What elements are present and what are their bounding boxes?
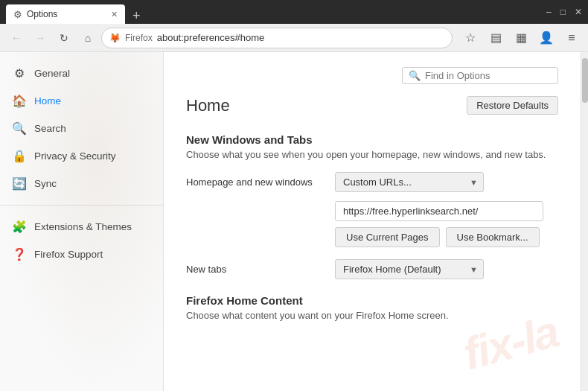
toolbar: ← → ↻ ⌂ 🦊 Firefox about:preferences#home… <box>0 24 588 52</box>
window-controls: – □ ✕ <box>546 7 582 17</box>
homepage-url-input[interactable] <box>335 201 543 221</box>
tab-icon: ⚙ <box>13 9 22 20</box>
main-panel: 🔍 Home Restore Defaults New Windows and … <box>164 52 581 391</box>
tab-close-button[interactable]: ✕ <box>111 10 118 19</box>
find-options-input-wrap[interactable]: 🔍 <box>402 67 558 84</box>
tab-label: Options <box>27 9 57 19</box>
toolbar-actions: ☆ ▤ ▦ 👤 ≡ <box>460 28 582 48</box>
menu-button[interactable]: ≡ <box>561 28 582 48</box>
sidebar: ⚙ General 🏠 Home 🔍 Search 🔒 Privacy & Se… <box>0 52 164 391</box>
home-button[interactable]: ⌂ <box>77 28 98 48</box>
sidebar-label-extensions: Extensions & Themes <box>34 221 132 232</box>
sidebar-item-home[interactable]: 🏠 Home <box>0 87 163 115</box>
maximize-button[interactable]: □ <box>560 7 566 17</box>
use-bookmark-button[interactable]: Use Bookmark... <box>446 227 540 247</box>
sync-icon: 🔄 <box>12 177 27 191</box>
bookmark-button[interactable]: ☆ <box>460 28 481 48</box>
homepage-label: Homepage and new windows <box>186 177 335 188</box>
sidebar-item-extensions[interactable]: 🧩 Extensions & Themes <box>0 213 163 241</box>
find-search-icon: 🔍 <box>409 70 421 81</box>
use-current-pages-button[interactable]: Use Current Pages <box>335 227 440 247</box>
sidebar-label-privacy: Privacy & Security <box>34 150 116 162</box>
section1-desc: Choose what you see when you open your h… <box>186 149 558 160</box>
restore-defaults-button[interactable]: Restore Defaults <box>467 96 558 115</box>
sidebar-item-privacy[interactable]: 🔒 Privacy & Security <box>0 142 163 170</box>
new-tab-button[interactable]: + <box>128 8 145 24</box>
sidebar-label-home: Home <box>34 95 61 107</box>
sidebar-label-sync: Sync <box>34 178 57 189</box>
close-window-button[interactable]: ✕ <box>575 7 582 17</box>
active-tab[interactable]: ⚙ Options ✕ <box>6 4 125 24</box>
sidebar-label-general: General <box>34 68 70 79</box>
new-tabs-dropdown[interactable]: Firefox Home (Default) <box>335 259 484 279</box>
forward-button[interactable]: → <box>30 28 51 48</box>
address-brand: Firefox <box>125 33 153 43</box>
minimize-button[interactable]: – <box>546 7 552 17</box>
titlebar: ⚙ Options ✕ + – □ ✕ <box>0 0 588 24</box>
sidebar-item-support[interactable]: ❓ Firefox Support <box>0 241 163 268</box>
new-tabs-label: New tabs <box>186 264 335 275</box>
address-url: about:preferences#home <box>157 32 265 43</box>
homepage-setting-row: Homepage and new windows Custom URLs... … <box>186 172 558 192</box>
sidebar-button[interactable]: ▦ <box>511 28 531 48</box>
titlebar-tabs: ⚙ Options ✕ + <box>6 0 546 24</box>
section2-title: Firefox Home Content <box>186 294 558 307</box>
section2-desc: Choose what content you want on your Fir… <box>186 310 558 321</box>
account-button[interactable]: 👤 <box>536 28 557 48</box>
general-icon: ⚙ <box>12 66 27 80</box>
section1-title: New Windows and Tabs <box>186 133 558 146</box>
new-tabs-dropdown-wrap[interactable]: Firefox Home (Default) ▼ <box>335 259 484 279</box>
support-icon: ❓ <box>12 247 27 261</box>
new-tabs-setting-row: New tabs Firefox Home (Default) ▼ <box>186 259 558 279</box>
scrollbar-thumb[interactable] <box>582 58 588 103</box>
extensions-icon: 🧩 <box>12 220 27 234</box>
sidebar-item-general[interactable]: ⚙ General <box>0 60 163 87</box>
privacy-icon: 🔒 <box>12 149 27 163</box>
library-button[interactable]: ▤ <box>485 28 506 48</box>
homepage-button-row: Use Current Pages Use Bookmark... <box>335 227 558 247</box>
browser-icon: 🦊 <box>109 33 121 43</box>
content-area: ⚙ General 🏠 Home 🔍 Search 🔒 Privacy & Se… <box>0 52 588 391</box>
reload-button[interactable]: ↻ <box>54 28 74 48</box>
sidebar-label-support: Firefox Support <box>34 249 103 260</box>
sidebar-label-search: Search <box>34 123 66 134</box>
search-icon: 🔍 <box>12 121 27 136</box>
page-title: Home <box>186 96 230 115</box>
homepage-dropdown-wrap[interactable]: Custom URLs... ▼ <box>335 172 484 192</box>
homepage-dropdown[interactable]: Custom URLs... <box>335 172 484 192</box>
find-options-input[interactable] <box>425 70 552 81</box>
scrollbar[interactable] <box>581 52 588 391</box>
home-icon: 🏠 <box>12 94 27 108</box>
sidebar-item-search[interactable]: 🔍 Search <box>0 115 163 142</box>
find-options-bar: 🔍 <box>186 67 558 84</box>
sidebar-item-sync[interactable]: 🔄 Sync <box>0 170 163 197</box>
back-button[interactable]: ← <box>6 28 27 48</box>
address-bar[interactable]: 🦊 Firefox about:preferences#home <box>101 28 453 48</box>
